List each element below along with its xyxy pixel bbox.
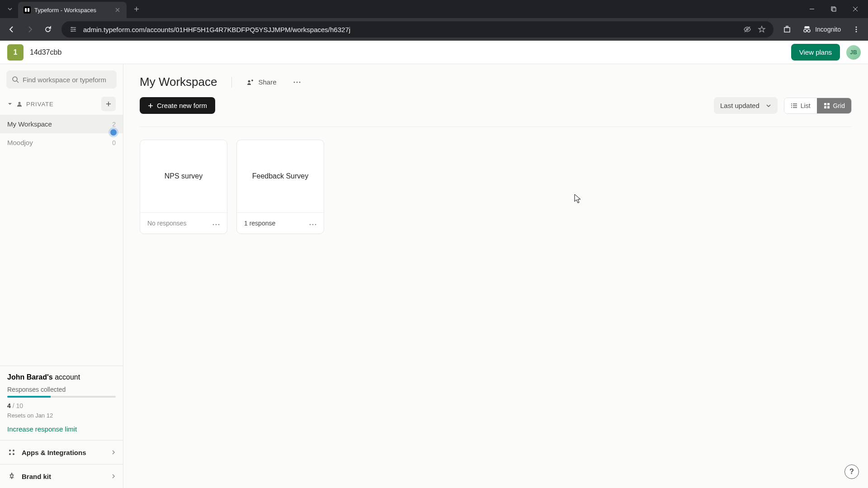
browser-tab[interactable]: Typeform - Workspaces (18, 2, 127, 18)
search-box[interactable] (6, 70, 117, 89)
svg-point-10 (804, 29, 807, 32)
forward-button[interactable] (22, 21, 38, 38)
browser-address-bar: admin.typeform.com/accounts/01HHF5H1G4R7… (0, 18, 868, 41)
site-settings-icon[interactable] (69, 25, 78, 34)
list-label: List (801, 102, 811, 109)
svg-point-34 (216, 224, 217, 225)
responses-label: Responses collected (7, 386, 116, 393)
incognito-badge: Incognito (797, 25, 846, 34)
svg-point-37 (312, 224, 314, 225)
minimize-button[interactable] (803, 2, 821, 16)
kebab-icon (853, 26, 860, 33)
extensions-button[interactable] (779, 21, 795, 38)
share-label: Share (258, 78, 276, 86)
svg-point-12 (856, 27, 857, 28)
private-section-header: PRIVATE (0, 93, 123, 115)
workspace-count: 0 (112, 139, 116, 146)
sidebar-workspace-my-workspace[interactable]: My Workspace 2 (0, 115, 123, 133)
chevron-down-icon (7, 6, 13, 12)
svg-point-38 (315, 224, 316, 225)
form-more-button[interactable] (212, 219, 220, 227)
close-icon (853, 6, 858, 12)
sidebar-workspace-moodjoy[interactable]: Moodjoy 0 (0, 133, 123, 152)
caret-down-icon[interactable] (7, 101, 13, 107)
link-label: Brand kit (22, 473, 106, 480)
maximize-icon (831, 6, 836, 12)
tab-close-button[interactable] (114, 6, 121, 14)
extension-icon (783, 25, 791, 33)
create-label: Create new form (157, 102, 207, 109)
main-content: My Workspace Share Create new form Last … (123, 64, 868, 488)
divider (231, 77, 232, 88)
brand-icon (7, 472, 16, 481)
bookmark-icon[interactable] (757, 25, 766, 34)
sort-dropdown[interactable]: Last updated (714, 97, 778, 114)
url-bar[interactable]: admin.typeform.com/accounts/01HHF5H1G4R7… (61, 21, 774, 38)
close-window-button[interactable] (846, 2, 864, 16)
svg-rect-0 (25, 8, 27, 12)
chevron-right-icon (111, 474, 116, 479)
view-toggle: List Grid (784, 98, 852, 114)
back-button[interactable] (4, 21, 20, 38)
increase-limit-link[interactable]: Increase response limit (7, 425, 116, 433)
sort-label: Last updated (720, 102, 760, 109)
section-label: PRIVATE (26, 101, 98, 108)
form-responses: No responses (147, 220, 186, 227)
app-header: 1 14d37cbb View plans JB (0, 41, 868, 64)
search-input[interactable] (23, 76, 111, 84)
svg-rect-31 (824, 106, 826, 108)
apps-integrations-link[interactable]: Apps & Integrations (0, 440, 123, 464)
chevron-right-icon (111, 450, 116, 455)
incognito-icon (802, 25, 811, 34)
workspace-title: My Workspace (140, 75, 217, 89)
responses-progress (7, 396, 116, 398)
help-button[interactable]: ? (844, 465, 859, 479)
browser-tab-bar: Typeform - Workspaces (0, 0, 868, 18)
grid-label: Grid (833, 102, 845, 109)
svg-point-15 (13, 77, 17, 81)
plus-icon (134, 6, 139, 12)
content-header: My Workspace Share (140, 75, 852, 89)
tab-search-dropdown[interactable] (2, 2, 18, 16)
brand-kit-link[interactable]: Brand kit (0, 464, 123, 488)
chevron-down-icon (766, 103, 771, 108)
org-badge[interactable]: 1 (7, 44, 24, 61)
svg-point-21 (248, 80, 250, 82)
svg-rect-1 (28, 8, 29, 12)
new-tab-button[interactable] (130, 3, 143, 15)
reload-icon (44, 25, 52, 33)
workspace-more-button[interactable] (291, 76, 303, 89)
dots-icon (212, 224, 220, 225)
svg-point-20 (13, 453, 14, 455)
svg-point-5 (74, 29, 75, 30)
plus-icon (105, 101, 112, 107)
workspace-name: My Workspace (7, 120, 112, 128)
reload-button[interactable] (40, 21, 56, 38)
user-avatar[interactable]: JB (846, 45, 861, 60)
list-view-button[interactable]: List (784, 98, 817, 113)
forms-grid: NPS survey No responses Feedback Survey … (140, 127, 852, 234)
grid-view-button[interactable]: Grid (817, 98, 851, 113)
workspace-count: 2 (112, 121, 116, 128)
create-form-button[interactable]: Create new form (140, 97, 215, 114)
maximize-button[interactable] (825, 2, 843, 16)
close-icon (115, 8, 120, 12)
svg-rect-29 (824, 103, 826, 105)
view-plans-button[interactable]: View plans (791, 44, 840, 61)
minimize-icon (809, 6, 815, 12)
add-workspace-button[interactable] (101, 97, 116, 111)
search-icon (12, 76, 19, 83)
person-icon (16, 101, 23, 107)
browser-menu-button[interactable] (848, 21, 864, 38)
grid-icon (823, 102, 830, 109)
svg-rect-32 (827, 106, 830, 108)
svg-rect-9 (786, 26, 788, 28)
svg-point-23 (294, 81, 295, 83)
svg-point-25 (299, 81, 301, 83)
form-more-button[interactable] (309, 219, 316, 227)
eye-off-icon[interactable] (743, 25, 752, 34)
form-card[interactable]: Feedback Survey 1 response (236, 140, 324, 234)
form-card[interactable]: NPS survey No responses (140, 140, 227, 234)
toolbar: Create new form Last updated List Grid (140, 97, 852, 114)
share-button[interactable]: Share (246, 78, 276, 86)
